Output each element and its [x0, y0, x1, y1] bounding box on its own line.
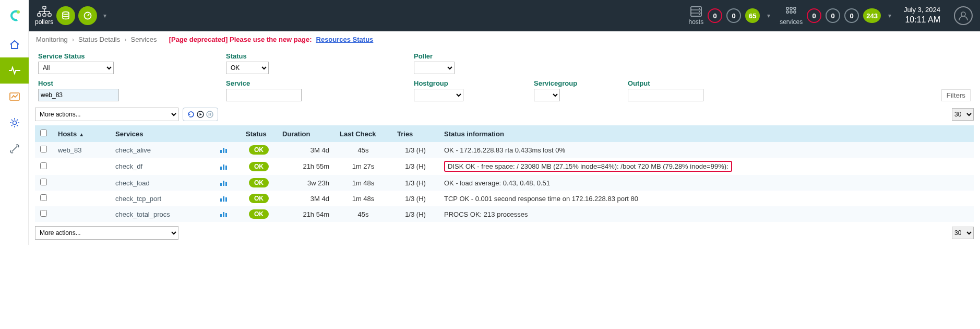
graph-icon[interactable]	[220, 146, 235, 154]
output-label: Output	[628, 79, 722, 87]
grid-icon	[785, 6, 797, 17]
servicegroup-select[interactable]	[534, 89, 560, 101]
status-badge: OK	[249, 162, 269, 171]
filters-button[interactable]: Filters	[941, 89, 971, 101]
tries-cell: 1/3 (H)	[392, 191, 439, 206]
chevron-down-icon[interactable]: ▾	[888, 12, 891, 19]
svc-critical-count[interactable]: 0	[807, 8, 821, 23]
filters-panel: Service Status All Host Status OK Servic…	[29, 48, 980, 105]
svg-point-18	[699, 14, 700, 15]
poller-select[interactable]	[414, 62, 455, 74]
chevron-down-icon[interactable]: ▾	[103, 12, 106, 19]
col-status-info[interactable]: Status information	[439, 125, 974, 142]
table-row: web_83check_aliveOK3M 4d45s1/3 (H)OK - 1…	[35, 142, 974, 158]
svc-ok-count[interactable]: 243	[863, 8, 881, 23]
more-actions-select-bottom[interactable]: More actions...	[35, 226, 178, 240]
sidebar-monitoring[interactable]	[0, 57, 29, 84]
service-input[interactable]	[226, 89, 302, 101]
graph-icon[interactable]	[220, 210, 235, 218]
svg-rect-1	[43, 6, 46, 9]
svg-rect-38	[220, 183, 222, 186]
refresh-icon[interactable]	[186, 110, 196, 119]
hosts-down-count[interactable]: 0	[708, 8, 722, 23]
output-input[interactable]	[628, 89, 703, 101]
status-select[interactable]: OK	[226, 62, 269, 74]
graph-icon[interactable]	[220, 195, 235, 202]
row-checkbox[interactable]	[40, 146, 47, 152]
hostgroup-select[interactable]	[414, 89, 463, 101]
sidebar-reports[interactable]	[0, 84, 29, 110]
col-duration[interactable]: Duration	[277, 125, 334, 142]
pause-icon[interactable]	[205, 110, 214, 119]
svg-point-25	[961, 12, 965, 16]
sidebar-admin[interactable]	[0, 136, 29, 162]
user-menu[interactable]	[954, 6, 973, 25]
svg-point-29	[207, 111, 213, 118]
duration-cell: 3M 4d	[277, 142, 334, 158]
service-label: Service	[226, 79, 414, 87]
play-icon[interactable]	[196, 110, 205, 119]
svc-warn-count[interactable]: 0	[826, 8, 840, 23]
svg-point-19	[786, 7, 788, 9]
service-status-select[interactable]: All	[38, 62, 114, 74]
sidebar-config[interactable]	[0, 110, 29, 136]
sidebar	[0, 31, 29, 245]
page-size-select-bottom[interactable]: 30	[952, 227, 974, 239]
tries-cell: 1/3 (H)	[392, 206, 439, 222]
svg-point-27	[13, 121, 16, 125]
service-link[interactable]: check_total_procs	[115, 210, 170, 218]
service-link[interactable]: check_df	[115, 162, 142, 170]
select-all-checkbox[interactable]	[40, 130, 47, 136]
hostgroup-label: Hostgroup	[414, 79, 534, 87]
col-hosts[interactable]: Hosts▲	[53, 125, 110, 142]
col-tries[interactable]: Tries	[392, 125, 439, 142]
hosts-unreach-count[interactable]: 0	[726, 8, 741, 23]
svg-rect-42	[223, 196, 224, 202]
host-link[interactable]: web_83	[58, 146, 82, 154]
page-size-select[interactable]: 30	[952, 108, 974, 121]
service-link[interactable]: check_alive	[115, 146, 151, 154]
service-link[interactable]: check_tcp_port	[115, 195, 161, 203]
col-services[interactable]: Services	[110, 125, 214, 142]
row-checkbox[interactable]	[40, 210, 47, 217]
graph-icon[interactable]	[220, 179, 235, 186]
breadcrumb: Monitoring › Status Details › Services […	[29, 31, 980, 48]
chevron-down-icon[interactable]: ▾	[767, 12, 770, 19]
services-counters[interactable]: services 0 0 0 243 ▾	[780, 6, 891, 26]
services-table: Hosts▲ Services Status Duration Last Che…	[35, 125, 974, 222]
status-info-cell: DISK OK - free space: / 23080 MB (27.15%…	[439, 158, 974, 175]
last-check-cell: 1m 48s	[334, 191, 392, 206]
svc-unknown-count[interactable]: 0	[844, 8, 859, 23]
logo[interactable]	[0, 0, 29, 31]
hosts-up-count[interactable]: 65	[745, 8, 760, 23]
row-checkbox[interactable]	[40, 162, 47, 169]
svg-rect-36	[223, 164, 224, 170]
col-status[interactable]: Status	[241, 125, 277, 142]
row-checkbox[interactable]	[40, 194, 47, 201]
svg-rect-37	[225, 166, 227, 170]
bc-services[interactable]: Services	[131, 36, 157, 43]
svg-rect-43	[225, 197, 227, 202]
bc-status-details[interactable]: Status Details	[78, 36, 120, 43]
hosts-counters[interactable]: hosts 0 0 65 ▾	[688, 6, 770, 26]
latency-icon[interactable]	[78, 6, 97, 25]
resources-status-link[interactable]: Resources Status	[316, 36, 374, 43]
service-link[interactable]: check_load	[115, 179, 150, 187]
database-icon[interactable]	[56, 6, 75, 25]
time: 10:11 AM	[904, 15, 940, 26]
service-status-label: Service Status	[38, 52, 226, 60]
svg-point-16	[699, 8, 700, 9]
table-row: check_total_procsOK21h 54m45s1/3 (H)PROC…	[35, 206, 974, 222]
sidebar-home[interactable]	[0, 31, 29, 57]
graph-icon[interactable]	[220, 163, 235, 170]
services-label: services	[780, 18, 803, 26]
host-input[interactable]	[38, 89, 119, 101]
col-last-check[interactable]: Last Check	[334, 125, 392, 142]
servicegroup-label: Servicegroup	[534, 79, 628, 87]
svg-rect-7	[38, 14, 41, 16]
duration-cell: 3M 4d	[277, 191, 334, 206]
bc-monitoring[interactable]: Monitoring	[36, 36, 68, 43]
row-checkbox[interactable]	[40, 179, 47, 185]
more-actions-select[interactable]: More actions...	[35, 108, 178, 121]
pollers-label: pollers	[35, 18, 53, 26]
